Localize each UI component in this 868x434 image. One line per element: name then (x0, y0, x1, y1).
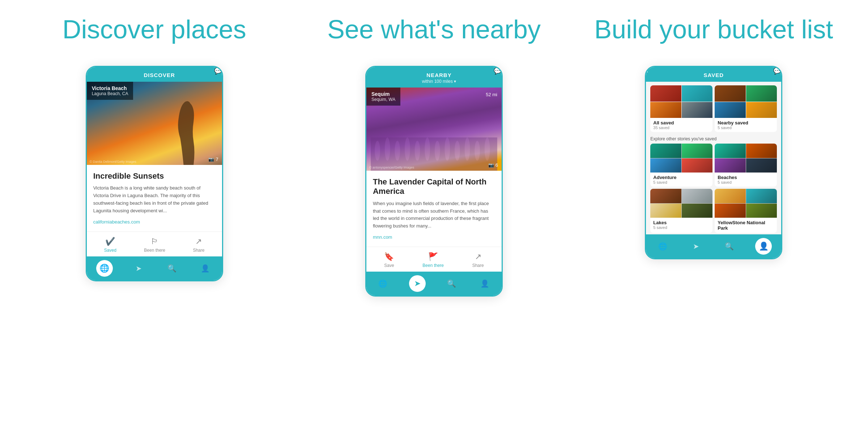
been-there-action[interactable]: 🏳 Been there (144, 237, 165, 253)
photo-credit: © Danita Delimont/Getty Images (90, 160, 136, 163)
discover-title: Discover places (63, 14, 246, 44)
lakes-label: Lakes (653, 220, 710, 225)
nearby-been-there-action[interactable]: 🚩 Been there (422, 252, 444, 268)
lake-img-3 (650, 204, 681, 218)
nearby-column: See what's nearby NEARBY within 100 mile… (301, 14, 566, 297)
saved-nav-search[interactable]: 🔍 (722, 239, 736, 254)
saved-chat-icon[interactable]: 💬 (773, 67, 781, 75)
nav-globe[interactable]: 🌐 (96, 260, 113, 277)
nav-search[interactable]: 🔍 (165, 261, 179, 276)
article-title: Incredible Sunsets (93, 171, 216, 181)
nearby-nav-search[interactable]: 🔍 (444, 276, 459, 291)
ys-img-1 (715, 189, 746, 203)
lakes-card[interactable]: Lakes 5 saved (650, 189, 712, 233)
discover-phone-header: DISCOVER 💬 (87, 67, 222, 82)
nearby-saved-count: 5 saved (718, 125, 774, 130)
lake-img-4 (682, 204, 713, 218)
nearby-chat-icon[interactable]: 💬 (494, 67, 502, 75)
all-saved-count: 35 saved (653, 125, 710, 130)
adv-img-4 (682, 158, 713, 173)
saved-phone-header: ‹ Saved 💬 (646, 67, 781, 82)
beaches-card[interactable]: Beaches 5 saved (715, 144, 777, 187)
article-desc: Victoria Beach is a long white sandy bea… (93, 184, 216, 214)
nearby-title: See what's nearby (327, 14, 541, 44)
nearby-article-link[interactable]: mnn.com (373, 234, 392, 240)
nav-navigate[interactable]: ➤ (132, 261, 146, 276)
nearby-phone: NEARBY within 100 miles ▾ 💬 (365, 66, 503, 297)
svg-point-2 (385, 137, 390, 161)
saved-content: All saved 35 saved Nearby s (646, 82, 781, 234)
bucketlist-title: Build your bucket list (594, 14, 833, 44)
nearby-place-image: Sequim Sequim, WA 52 mi 📷 6 © antonyspen… (366, 88, 502, 171)
bucketlist-column: Build your bucket list ‹ Saved 💬 (581, 14, 846, 259)
saved-header-title: Saved (652, 72, 775, 78)
nearby-saved-card[interactable]: Nearby saved 5 saved (715, 85, 777, 132)
adventure-count: 5 saved (653, 180, 710, 184)
saved-nav-globe[interactable]: 🌐 (655, 239, 670, 254)
yellowstone-card[interactable]: YellowStone National Park (715, 189, 777, 233)
nav-profile[interactable]: 👤 (198, 261, 213, 276)
nearby-saved-img-4 (746, 102, 777, 118)
adventure-card[interactable]: Adventure 5 saved (650, 144, 712, 187)
nearby-nav-navigate[interactable]: ➤ (409, 275, 426, 292)
nearby-nav-profile[interactable]: 👤 (478, 276, 492, 291)
all-saved-label: All saved (653, 120, 710, 125)
discover-column: Discover places DISCOVER 💬 (22, 14, 287, 281)
saved-bottom-nav: 🌐 ➤ 🔍 👤 (646, 234, 781, 258)
adv-img-1 (650, 144, 681, 158)
share-action[interactable]: ↗ Share (193, 237, 204, 253)
saved-img-4 (682, 102, 713, 118)
saved-nav-navigate[interactable]: ➤ (689, 239, 703, 254)
back-icon[interactable]: ‹ (646, 67, 648, 75)
yellowstone-label: YellowStone National Park (718, 220, 774, 231)
nearby-flag-icon: 🚩 (428, 252, 438, 261)
discover-action-bar: ✔️ Saved 🏳 Been there ↗ Share (87, 231, 222, 256)
nearby-header-subtitle: within 100 miles ▾ (382, 79, 496, 84)
all-saved-images (650, 85, 712, 118)
nearby-camera-icon: 📷 (488, 162, 494, 168)
nearby-saved-label: Nearby saved (718, 120, 774, 125)
svg-point-6 (425, 137, 430, 161)
photo-count: 📷 7 (208, 157, 218, 162)
nearby-saved-img-3 (715, 102, 746, 118)
nearby-save-action[interactable]: 🔖 Save (384, 252, 394, 268)
chat-icon[interactable]: 💬 (214, 67, 222, 75)
beaches-count: 5 saved (718, 180, 774, 184)
place-overlay: Victoria Beach Laguna Beach, CA (87, 82, 133, 100)
ys-img-3 (715, 204, 746, 218)
flag-icon: 🏳 (151, 237, 159, 246)
camera-icon: 📷 (208, 157, 214, 162)
save-action[interactable]: ✔️ Saved (104, 237, 116, 253)
all-saved-card[interactable]: All saved 35 saved (650, 85, 712, 132)
beaches-label: Beaches (718, 175, 774, 180)
nearby-share-icon: ↗ (475, 252, 481, 261)
lakes-info: Lakes 5 saved (650, 218, 712, 232)
saved-nav-profile[interactable]: 👤 (755, 238, 772, 255)
nearby-article-title: The Lavender Capital of North America (373, 177, 495, 196)
adventure-img (650, 144, 712, 173)
nearby-nav-globe[interactable]: 🌐 (376, 276, 390, 291)
nearby-photo-count: 📷 6 (488, 162, 498, 168)
save-icon: ✔️ (105, 237, 115, 246)
bucketlist-phone: ‹ Saved 💬 (645, 66, 782, 259)
beach-img-3 (715, 158, 746, 173)
nearby-saved-info: Nearby saved 5 saved (715, 118, 777, 132)
beaches-img (715, 144, 777, 173)
nearby-saved-images (715, 85, 777, 118)
beach-img-4 (746, 158, 777, 173)
svg-point-12 (485, 137, 490, 161)
place-name: Victoria Beach (92, 85, 128, 91)
nearby-share-action[interactable]: ↗ Share (472, 252, 484, 268)
nearby-save-icon: 🔖 (384, 252, 394, 261)
yellowstone-info: YellowStone National Park (715, 218, 777, 233)
article-link[interactable]: californiabeaches.com (93, 219, 140, 225)
svg-point-1 (375, 141, 380, 161)
svg-point-11 (475, 141, 480, 161)
lakes-img (650, 189, 712, 218)
discover-card-content: Incredible Sunsets Victoria Beach is a l… (87, 165, 222, 228)
svg-point-10 (465, 137, 470, 161)
adventure-info: Adventure 5 saved (650, 173, 712, 187)
yellowstone-img (715, 189, 777, 218)
all-saved-info: All saved 35 saved (650, 118, 712, 132)
beaches-info: Beaches 5 saved (715, 173, 777, 187)
